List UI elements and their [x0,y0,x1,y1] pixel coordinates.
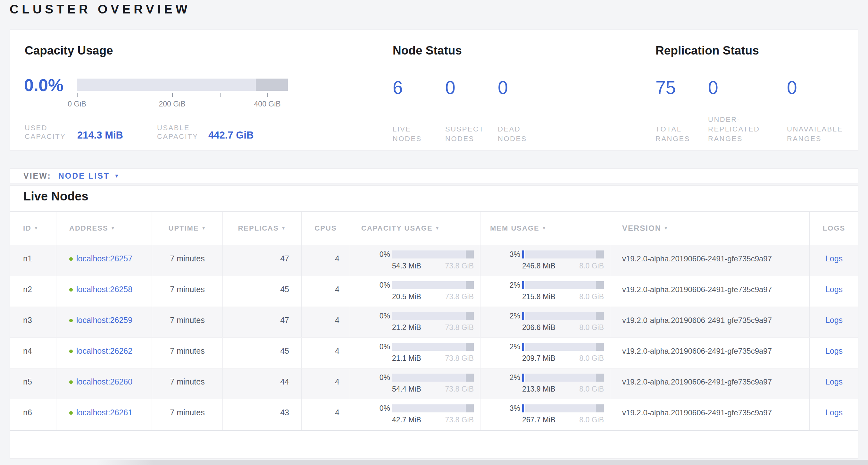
mem-usage-cell: 2%209.7 MiB8.0 GiB [480,338,610,368]
used-capacity-label: USED CAPACITY [25,123,77,141]
mem-usage-total-value: 8.0 GiB [579,292,604,301]
uptime-cell: 7 minutes [152,307,223,337]
capacity-usage-bar-reserved [466,312,474,320]
node-status-value: 0 [498,78,550,97]
column-header-version[interactable]: VERSION▼ [610,212,810,245]
replicas-cell: 45 [223,276,302,307]
sort-caret-icon: ▼ [542,226,547,231]
column-header-label: CPUS [314,224,337,233]
capacity-usage-bar-reserved [466,404,474,412]
mem-usage: 3%246.8 MiB8.0 GiB [480,250,610,270]
mem-usage-bar-reserved [596,281,604,289]
replication-stat: 0UNDER- REPLICATED RANGES [708,78,787,144]
capacity-usage-used-value: 54.3 MiB [392,262,421,270]
column-header-label: ID [23,224,31,233]
address-link[interactable]: localhost:26260 [76,377,132,386]
table-body: n1localhost:262577 minutes4740%54.3 MiB7… [10,245,858,431]
version-cell: v19.2.0-alpha.20190606-2491-gfe735c9a97 [610,338,810,368]
column-header-uptime[interactable]: UPTIME▼ [152,212,223,245]
logs-cell: Logs [810,369,858,399]
column-header-id[interactable]: ID▼ [10,212,56,245]
mem-usage-bar-fill [522,343,525,351]
address-link[interactable]: localhost:26262 [76,346,132,355]
replicas-cell: 47 [223,245,302,276]
capacity-usage-percent: 0% [350,373,390,382]
column-header-mem[interactable]: MEM USAGE▼ [480,212,610,245]
capacity-usage-cell: 0%21.2 MiB73.8 GiB [350,307,480,337]
logs-link[interactable]: Logs [825,346,843,355]
usable-capacity-value: 442.7 GiB [208,130,253,141]
capacity-usage-bar [392,251,474,259]
live-nodes-title: Live Nodes [23,190,89,203]
address-link[interactable]: localhost:26261 [76,408,132,417]
replicas-cell: 45 [223,338,302,368]
node-id-cell: n4 [10,338,56,368]
address-link[interactable]: localhost:26258 [76,285,132,294]
node-live-status-icon [69,257,73,261]
capacity-usage-bar [392,343,474,351]
view-selected-option: NODE LIST [58,171,110,180]
capacity-bar-reserved-segment [256,79,288,91]
sort-caret-icon: ▼ [664,226,669,231]
mem-usage-bar [522,343,604,351]
address-cell: localhost:26262 [56,338,152,368]
bottom-shadow [96,460,868,465]
address-link[interactable]: localhost:26257 [76,254,132,263]
capacity-usage-percent: 0% [350,312,390,320]
logs-link[interactable]: Logs [825,254,843,263]
mem-usage-bar-fill [522,251,525,259]
replication-value: 0 [708,78,787,97]
capacity-usage-bar [392,374,474,382]
uptime-cell: 7 minutes [152,245,223,276]
node-status-title: Node Status [393,44,462,57]
mem-usage-cell: 3%246.8 MiB8.0 GiB [480,245,610,276]
axis-tick [267,93,268,97]
mem-usage-total-value: 8.0 GiB [579,262,604,270]
column-header-logs: LOGS [810,212,858,245]
capacity-usage-bar [392,312,474,320]
mem-usage-used-value: 267.7 MiB [522,416,556,424]
column-header-label: ADDRESS [69,224,108,233]
capacity-usage: 0%54.3 MiB73.8 GiB [350,250,480,270]
replicas-cell: 47 [223,307,302,337]
capacity-usage-used-value: 54.4 MiB [392,385,421,394]
mem-usage: 2%215.8 MiB8.0 GiB [480,281,610,301]
version-cell: v19.2.0-alpha.20190606-2491-gfe735c9a97 [610,276,810,307]
capacity-usage-bar [392,281,474,289]
address-link[interactable]: localhost:26259 [76,316,132,324]
mem-usage: 2%213.9 MiB8.0 GiB [480,373,610,394]
axis-tick [172,93,173,97]
sort-caret-icon: ▼ [34,226,39,231]
mem-usage-cell: 2%206.6 MiB8.0 GiB [480,307,610,337]
table-row: n1localhost:262577 minutes4740%54.3 MiB7… [10,245,858,276]
cluster-summary-card: Capacity Usage 0.0% 0 GiB200 GiB400 GiB … [10,29,858,151]
logs-link[interactable]: Logs [825,377,843,386]
axis-tick-label: 0 GiB [68,100,86,108]
replication-value: 0 [787,78,839,97]
logs-link[interactable]: Logs [825,408,843,417]
capacity-usage-bar-reserved [466,374,474,382]
capacity-usage-percent: 0% [350,250,390,259]
logs-link[interactable]: Logs [825,316,843,324]
column-header-address[interactable]: ADDRESS▼ [56,212,152,245]
uptime-cell: 7 minutes [152,338,223,368]
version-cell: v19.2.0-alpha.20190606-2491-gfe735c9a97 [610,369,810,399]
mem-usage-total-value: 8.0 GiB [579,385,604,394]
sort-caret-icon: ▼ [281,226,286,231]
mem-usage-bar-reserved [596,312,604,320]
mem-usage-cell: 3%267.7 MiB8.0 GiB [480,399,610,430]
axis-tick-label: 200 GiB [159,100,186,108]
capacity-usage-bar-reserved [466,251,474,259]
table-row: n5localhost:262607 minutes4440%54.4 MiB7… [10,369,858,399]
mem-usage-bar [522,251,604,259]
capacity-usage-total-value: 73.8 GiB [445,416,474,424]
logs-link[interactable]: Logs [825,285,843,294]
node-status-stat: 6LIVE NODES [393,78,445,144]
capacity-usage-percent: 0% [350,343,390,351]
capacity-bar-axis: 0 GiB200 GiB400 GiB [77,93,288,115]
column-header-replicas[interactable]: REPLICAS▼ [223,212,302,245]
column-header-capacity[interactable]: CAPACITY USAGE▼ [350,212,480,245]
mem-usage-percent: 3% [480,250,520,259]
column-header-label: CAPACITY USAGE [361,224,433,233]
view-selector-dropdown[interactable]: NODE LIST ▼ [58,171,119,180]
